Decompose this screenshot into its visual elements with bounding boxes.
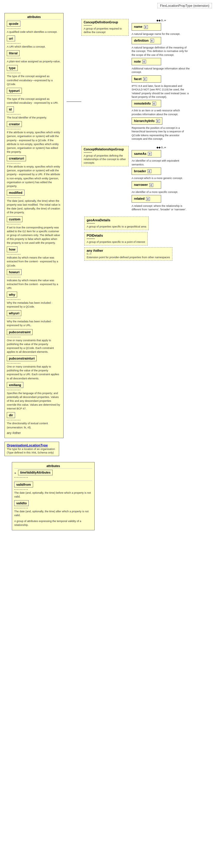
item-broader-icon: E	[147, 169, 152, 173]
poi-details-box: POIDetails •••••••••• A group of propert…	[84, 232, 147, 246]
item-narrower-label: narrower	[134, 183, 148, 186]
item-sameas-desc: An identifier of a concept with equivale…	[132, 159, 191, 166]
item-name-label: name	[134, 25, 142, 28]
geo-area-box: geoAreaDetails •••••••••• A group of pro…	[84, 217, 149, 230]
item-hierarchyinfo-box: hierarchyInfo E	[132, 117, 162, 125]
attributes-header: attributes	[7, 15, 61, 20]
attr-custom: custom •••••••••• If set to true the cor…	[7, 216, 61, 245]
item-narrower-desc: An identifier of a more specific concept…	[132, 190, 191, 194]
item-note-box: note E	[132, 58, 161, 66]
attr-type-name: type	[7, 65, 18, 71]
attr-howuri: howuri •••••••••• Indicates by which mea…	[7, 269, 61, 290]
attr-qcode-name: qcode	[7, 21, 20, 27]
right-item-broader-row: broader E	[132, 167, 191, 175]
bottom-attr-summary: A group of attributes expressing the tem…	[14, 519, 92, 527]
item-remoteinfo-icon: E	[152, 102, 156, 105]
concept-relationships-group-box: ConceptRelationshipsGroup •••••••••• A g…	[81, 146, 129, 166]
item-remoteinfo-desc: A link to an item or a web resource whic…	[132, 109, 191, 116]
bottom-attr-timevalidity: ► timeValidityAttributes ••••••••••	[14, 470, 92, 478]
right-item-narrower-row: narrower E	[132, 181, 191, 189]
item-related-label: related	[134, 197, 144, 200]
right-item-sameas-row: sameAs E	[132, 150, 191, 158]
bottom-attr-validfrom: validfrom •••••••••• The date (and, opti…	[14, 482, 92, 498]
any-other-lower-label: any #other	[87, 249, 170, 252]
attr-uri: uri •••••••••• A URI which identifies a …	[7, 35, 61, 49]
attr-whyuri: whyuri •••••••••• Why the metadata has b…	[7, 310, 61, 327]
item-related-desc: A related concept: where the relationshi…	[132, 204, 191, 211]
connector-svg-left	[66, 13, 81, 190]
right-item-definition-row: definition E	[132, 37, 191, 44]
item-sameas-label: sameAs	[134, 152, 146, 155]
org-type-desc: The type for a location of an organisati…	[7, 447, 57, 454]
bottom-attributes-box: attributes ► timeValidityAttributes ••••…	[12, 462, 95, 530]
attr-modified: modified •••••••••• The date (and, optio…	[7, 190, 61, 215]
attr-qcode: qcode •••••••••• A qualified code which …	[7, 21, 61, 34]
item-hierarchyinfo-icon: E	[156, 119, 160, 123]
item-note-desc: Additional natural language information …	[132, 67, 191, 74]
attr-qcode-dots: ••••••••••	[7, 27, 61, 30]
right-item-hierarchyinfo-row: hierarchyInfo E	[132, 117, 191, 125]
item-note-icon: E	[142, 60, 146, 64]
item-facet-desc: IPTC 8.8 and later, facet is deprecated …	[132, 84, 191, 99]
concept-definition-group-box: ConceptDefinitionGroup •••••••••• A grou…	[81, 19, 129, 36]
item-broader-desc: A concept which is a more generic concep…	[132, 176, 191, 180]
item-name-box: name E	[132, 23, 161, 31]
concept-def-cardinality: ◆◆ 0..∞	[157, 19, 166, 22]
any-other-lower-dots: 0..∞	[87, 252, 170, 255]
geo-area-label: geoAreaDetails	[87, 218, 146, 222]
attr-dir: dir •••••••••• The directionality of tex…	[7, 412, 61, 429]
item-narrower-box: narrower E	[132, 181, 161, 189]
bottom-divider	[14, 480, 92, 481]
org-type-name: OrganisationLocationType	[7, 443, 57, 447]
poi-details-desc: A group of properties specific to a poin…	[87, 240, 145, 244]
item-note-label: note	[134, 60, 141, 63]
concept-definition-group-desc: A group of properties required to define…	[84, 27, 126, 34]
item-definition-box: definition E	[132, 37, 161, 44]
item-broader-box: broader E	[132, 167, 161, 175]
diagram-title: FlexLocationPropType (extension)	[157, 3, 212, 8]
attr-qcode-desc: A qualified code which identifies a conc…	[7, 30, 57, 33]
any-other-lower-desc: Extension point for provider-defined pro…	[87, 255, 170, 259]
right-item-name-row: name E	[132, 23, 191, 31]
concept-definition-group-label: ConceptDefinitionGroup	[84, 21, 126, 24]
any-other-lower-box: any #other 0..∞ Extension point for prov…	[84, 247, 172, 260]
poi-details-label: POIDetails	[87, 234, 145, 237]
lower-items-section: geoAreaDetails •••••••••• A group of pro…	[84, 217, 212, 262]
attr-pubconstraint: pubconstraint •••••••••• One or many con…	[7, 329, 61, 354]
attr-creator: creator •••••••••• If the attribute is e…	[7, 121, 61, 154]
attr-why: why •••••••••• Why the metadata has been…	[7, 291, 61, 308]
attr-uri-desc: A URI which identifies a concept.	[7, 45, 46, 48]
poi-details-dots: ••••••••••	[87, 237, 145, 240]
item-related-box: related E	[132, 195, 161, 203]
geo-area-row: geoAreaDetails •••••••••• A group of pro…	[84, 217, 212, 230]
attr-typeuri: typeuri •••••••••• The type of the conce…	[7, 88, 61, 104]
item-name-desc: A natural language name for the concept.	[132, 32, 191, 36]
attr-uri-name: uri	[7, 35, 15, 41]
attr-any-other: any #other	[7, 431, 61, 435]
concept-relationships-group-label: ConceptRelationshipsGroup	[84, 148, 126, 151]
item-hierarchyinfo-label: hierarchyInfo	[134, 119, 155, 123]
attr-literal-name: literal	[7, 50, 20, 56]
attr-pubconstrainturi: pubconstrainturi •••••••••• One or many …	[7, 355, 61, 380]
bottom-attr-timevalidity-name: timeValidityAttributes	[18, 470, 53, 475]
item-facet-label: facet	[134, 77, 142, 81]
attr-literal: literal •••••••••• A plain-text value as…	[7, 50, 61, 63]
attr-how: how •••••••••• Indicates by which means …	[7, 246, 61, 267]
bottom-attr-validto: validto •••••••••• The date (and, option…	[14, 500, 92, 517]
item-hierarchyinfo-desc: Represents the position of a concept in …	[132, 126, 191, 141]
concept-relationships-group-dots: ••••••••••	[84, 151, 126, 154]
concept-rel-cardinality: ◆◆ 0..∞	[157, 146, 166, 149]
item-remoteinfo-label: remoteInfo	[134, 102, 151, 105]
item-facet-icon: E	[143, 77, 147, 81]
attr-xmllang: xmllang •••••••••• Specifies the languag…	[7, 382, 61, 411]
bottom-attributes-section: attributes ► timeValidityAttributes ••••…	[12, 462, 95, 530]
item-narrower-icon: E	[149, 183, 153, 187]
item-definition-icon: E	[150, 39, 154, 42]
item-remoteinfo-box: remoteInfo E	[132, 100, 161, 107]
attr-type: type •••••••••• The type of the concept …	[7, 65, 61, 86]
attr-id: id •••••••••• The local identifier of th…	[7, 106, 61, 119]
item-name-icon: E	[144, 25, 148, 29]
right-item-remoteinfo-row: remoteInfo E	[132, 100, 191, 107]
attr-creatoruri: creatoruri •••••••••• If the attribute i…	[7, 155, 61, 188]
any-other-lower-row: any #other 0..∞ Extension point for prov…	[84, 247, 212, 260]
